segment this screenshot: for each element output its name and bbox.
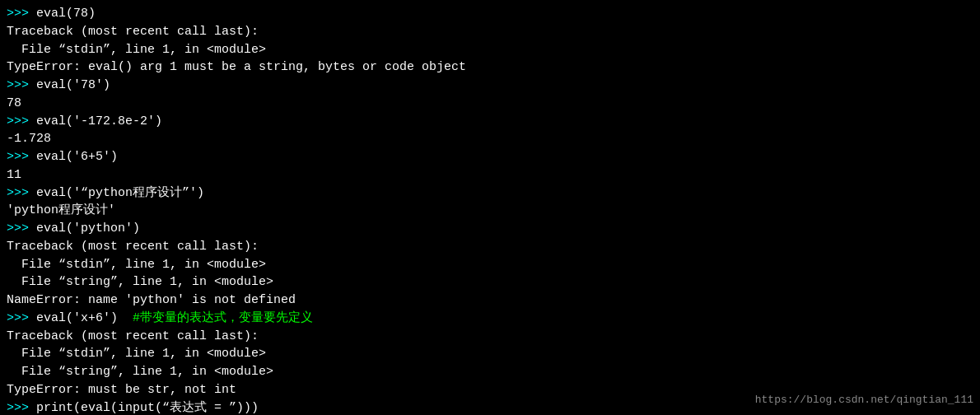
terminal-line: >>> eval('python') [7, 220, 973, 238]
terminal-line: 78 [7, 95, 973, 113]
error-text: File “string”, line 1, in <module> [7, 365, 273, 379]
prompt-symbol: >>> [7, 221, 36, 235]
code-text: eval('6+5') [36, 150, 118, 164]
terminal-line: File “string”, line 1, in <module> [7, 273, 973, 291]
error-text: Traceback (most recent call last): [7, 329, 259, 343]
prompt-symbol: >>> [7, 114, 36, 128]
code-text: eval('python') [36, 221, 140, 235]
terminal-line: File “stdin”, line 1, in <module> [7, 345, 973, 363]
error-text: File “string”, line 1, in <module> [7, 275, 273, 289]
terminal-line: 'python程序设计' [7, 202, 973, 220]
terminal-line: -1.728 [7, 130, 973, 148]
prompt-symbol: >>> [7, 311, 36, 325]
code-text: eval('“python程序设计”') [36, 186, 204, 200]
output-text: 'python程序设计' [7, 203, 115, 217]
terminal-line: 11 [7, 166, 973, 184]
terminal-line: >>> eval('“python程序设计”') [7, 184, 973, 203]
watermark: https://blog.csdn.net/qingtian_111 [755, 393, 973, 408]
terminal: >>> eval(78)Traceback (most recent call … [0, 0, 980, 415]
terminal-line: Traceback (most recent call last): [7, 238, 973, 256]
terminal-line: File “string”, line 1, in <module> [7, 363, 973, 381]
code-text: eval(78) [36, 7, 96, 21]
terminal-line: TypeError: eval() arg 1 must be a string… [7, 58, 973, 77]
prompt-symbol: >>> [7, 186, 36, 200]
output-text: -1.728 [7, 132, 51, 146]
terminal-line: NameError: name 'python' is not defined [7, 291, 973, 310]
error-text: Traceback (most recent call last): [7, 25, 259, 39]
terminal-line: File “stdin”, line 1, in <module> [7, 41, 973, 59]
error-text: File “stdin”, line 1, in <module> [7, 347, 266, 361]
code-text: print(eval(input(“表达式 = ”))) [36, 401, 259, 415]
error-text: TypeError: eval() arg 1 must be a string… [7, 60, 466, 74]
terminal-line: >>> eval('x+6') #带变量的表达式，变量要先定义 [7, 310, 973, 328]
error-text: TypeError: must be str, not int [7, 383, 236, 397]
error-text: File “stdin”, line 1, in <module> [7, 43, 266, 57]
comment-text: #带变量的表达式，变量要先定义 [133, 311, 313, 325]
code-text: eval('-172.8e-2') [36, 114, 162, 128]
prompt-symbol: >>> [7, 401, 36, 415]
terminal-line: File “stdin”, line 1, in <module> [7, 256, 973, 274]
prompt-symbol: >>> [7, 78, 36, 92]
prompt-symbol: >>> [7, 150, 36, 164]
terminal-line: >>> eval('6+5') [7, 148, 973, 166]
terminal-line: >>> eval('-172.8e-2') [7, 113, 973, 131]
terminal-line: >>> eval(78) [7, 5, 973, 23]
prompt-symbol: >>> [7, 7, 36, 21]
code-text: eval('x+6') [36, 311, 133, 325]
output-text: 78 [7, 96, 21, 110]
error-text: File “stdin”, line 1, in <module> [7, 258, 266, 272]
terminal-line: Traceback (most recent call last): [7, 328, 973, 346]
terminal-line: >>> eval('78') [7, 77, 973, 95]
error-text: NameError: name 'python' is not defined [7, 293, 296, 307]
output-text: 11 [7, 168, 21, 182]
code-text: eval('78') [36, 78, 110, 92]
error-text: Traceback (most recent call last): [7, 240, 259, 254]
terminal-line: Traceback (most recent call last): [7, 23, 973, 41]
